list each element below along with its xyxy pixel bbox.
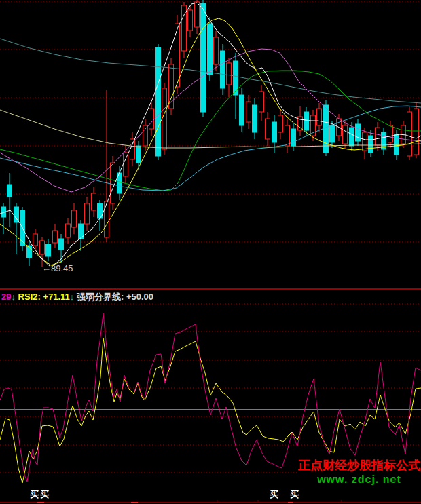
candle-body-up: [111, 163, 115, 203]
candle-body-up: [195, 2, 200, 27]
candle-body-down: [201, 3, 206, 112]
candle-body-down: [350, 128, 354, 146]
candle-body-up: [92, 193, 96, 210]
candle-body-down: [208, 24, 213, 75]
rsi2-value: RSI2: +71.11: [18, 292, 70, 302]
candle-body-down: [356, 124, 361, 141]
candle-body-up: [227, 63, 232, 85]
buy-signal-label: 买: [30, 488, 39, 501]
candle-body-up: [407, 112, 412, 156]
indicator-header: 29↓ RSI2: +71.11↓ 强弱分界线: +50.00: [1, 291, 153, 303]
candle-body-up: [285, 125, 290, 146]
candle-body-up: [53, 231, 58, 243]
watermark: 正点财经炒股指标公式 www. zdcj. net: [297, 458, 421, 488]
candle-body-up: [414, 109, 419, 155]
candle-body-up: [317, 109, 322, 125]
candle-body-up: [33, 234, 38, 246]
candle-body-down: [7, 185, 12, 197]
stock-chart-screen: 29↓ RSI2: +71.11↓ 强弱分界线: +50.00 ←89.45 买…: [0, 0, 421, 504]
ma-cyan: [0, 106, 421, 191]
candle-body-down: [304, 112, 309, 130]
candle-body-up: [85, 203, 90, 224]
watermark-title: 正点财经炒股指标公式: [297, 458, 421, 473]
candle-body-up: [259, 92, 264, 112]
candle-body-down: [330, 125, 335, 142]
rsi1-value: 29: [1, 292, 11, 302]
candle-body-up: [40, 241, 45, 254]
candle-body-up: [363, 132, 367, 151]
candle-body-down: [253, 105, 257, 132]
candle-body-down: [369, 136, 373, 153]
candle-body-down: [240, 95, 244, 125]
buy-signal-label: 买: [270, 488, 278, 501]
candle-body-down: [136, 146, 141, 163]
threshold-value: 强弱分界线: +50.00: [77, 292, 153, 302]
chart-canvas[interactable]: [0, 0, 421, 504]
buy-signal-label: 买: [290, 488, 299, 501]
low-price-label: ←89.45: [42, 263, 73, 273]
down-arrow-icon: ↓: [11, 292, 16, 302]
candle-body-down: [221, 51, 225, 88]
buy-signal-label: 买: [40, 488, 49, 501]
rsi1-magenta: [0, 313, 421, 482]
candle-body-up: [388, 125, 393, 142]
candle-body-up: [130, 139, 135, 159]
candle-body-up: [162, 88, 167, 149]
candle-body-up: [149, 109, 154, 129]
candle-body-down: [272, 122, 277, 142]
candle-body-down: [59, 239, 64, 250]
candle-body-up: [376, 128, 380, 145]
left-arrow-icon: ←: [42, 263, 51, 273]
candle-body-up: [278, 115, 283, 132]
candle-body-down: [156, 47, 161, 156]
candle-body-down: [234, 61, 238, 95]
candle-body-up: [343, 125, 348, 144]
down-arrow-icon: ↓: [70, 292, 75, 302]
candle-body-down: [46, 244, 51, 256]
low-price-value: 89.45: [51, 263, 73, 273]
candle-body-up: [246, 102, 251, 122]
candle-body-up: [66, 224, 71, 237]
candle-body-up: [214, 37, 219, 64]
candle-body-up: [105, 201, 109, 237]
candle-body-up: [266, 119, 270, 139]
candle-body-up: [72, 210, 77, 227]
watermark-url: www. zdcj. net: [297, 473, 421, 486]
candle-body-up: [188, 10, 193, 31]
candle-body-down: [291, 129, 296, 146]
